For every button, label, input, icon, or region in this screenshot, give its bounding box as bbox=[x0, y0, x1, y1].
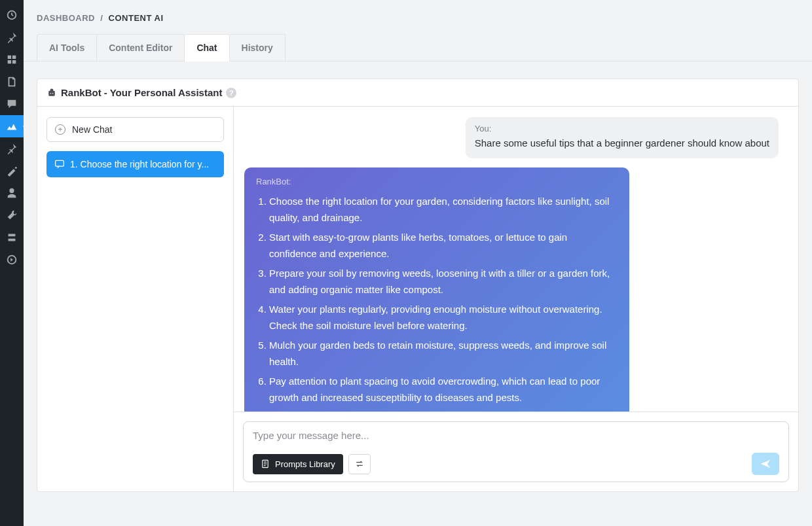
message-input[interactable] bbox=[253, 430, 779, 441]
sidebar-comments-icon[interactable] bbox=[0, 93, 24, 115]
panel-title: RankBot - Your Personal Assistant bbox=[61, 87, 222, 98]
sidebar-collapse-icon[interactable] bbox=[0, 249, 24, 271]
loop-icon bbox=[354, 459, 365, 469]
user-label: You: bbox=[475, 124, 769, 133]
chat-sidebar: + New Chat 1. Choose the right location … bbox=[37, 107, 234, 491]
bot-icon bbox=[46, 88, 57, 98]
panel-body: + New Chat 1. Choose the right location … bbox=[37, 107, 798, 491]
bot-item: Water your plants regularly, providing e… bbox=[269, 301, 618, 334]
message-bot: RankBot: Choose the right location for y… bbox=[244, 167, 629, 412]
sidebar-media-icon[interactable] bbox=[0, 48, 24, 71]
tabs: AI Tools Content Editor Chat History bbox=[24, 33, 812, 61]
bot-list: Choose the right location for your garde… bbox=[256, 193, 618, 406]
new-chat-label: New Chat bbox=[72, 124, 112, 135]
bot-item: Pay attention to plant spacing to avoid … bbox=[269, 373, 618, 406]
tab-history[interactable]: History bbox=[230, 34, 286, 61]
breadcrumb: DASHBOARD / CONTENT AI bbox=[24, 0, 812, 33]
breadcrumb-current: CONTENT AI bbox=[109, 13, 164, 23]
bot-item: Choose the right location for your garde… bbox=[269, 193, 618, 226]
bot-item: Prepare your soil by removing weeds, loo… bbox=[269, 265, 618, 298]
user-text: Share some useful tips that a beginner g… bbox=[475, 136, 769, 150]
help-icon[interactable]: ? bbox=[226, 88, 236, 98]
sidebar-settings-icon[interactable] bbox=[0, 226, 24, 249]
breadcrumb-sep: / bbox=[100, 13, 103, 23]
sidebar-appearance-icon[interactable] bbox=[0, 160, 24, 182]
send-button[interactable] bbox=[752, 453, 779, 475]
message-user: You: Share some useful tips that a begin… bbox=[466, 117, 779, 158]
new-chat-button[interactable]: + New Chat bbox=[46, 117, 224, 142]
bot-item: Start with easy-to-grow plants like herb… bbox=[269, 229, 618, 262]
document-icon bbox=[261, 459, 270, 468]
sidebar-pin-icon[interactable] bbox=[0, 26, 24, 48]
chat-main: You: Share some useful tips that a begin… bbox=[234, 107, 798, 491]
compose-box: Prompts Library bbox=[243, 421, 789, 482]
chat-list: 1. Choose the right location for y... bbox=[46, 151, 224, 177]
sidebar-rankmath-icon[interactable] bbox=[0, 115, 24, 137]
breadcrumb-root[interactable]: DASHBOARD bbox=[37, 13, 95, 23]
bot-item: Mulch your garden beds to retain moistur… bbox=[269, 337, 618, 370]
wp-admin-sidebar bbox=[0, 0, 24, 526]
svg-rect-1 bbox=[56, 160, 64, 166]
sidebar-pin2-icon[interactable] bbox=[0, 137, 24, 160]
main-content: DASHBOARD / CONTENT AI AI Tools Content … bbox=[24, 0, 812, 526]
bot-label: RankBot: bbox=[256, 177, 618, 186]
prompts-label: Prompts Library bbox=[275, 459, 335, 469]
compose-area: Prompts Library bbox=[234, 412, 798, 491]
regenerate-button[interactable] bbox=[348, 454, 371, 474]
tab-chat[interactable]: Chat bbox=[185, 34, 229, 61]
sidebar-tools-icon[interactable] bbox=[0, 204, 24, 226]
chat-bubble-icon bbox=[54, 159, 65, 169]
plus-icon: + bbox=[55, 124, 65, 135]
panel-header: RankBot - Your Personal Assistant ? bbox=[37, 79, 798, 107]
sidebar-users-icon[interactable] bbox=[0, 182, 24, 204]
chat-panel: RankBot - Your Personal Assistant ? + Ne… bbox=[37, 79, 799, 492]
tab-ai-tools[interactable]: AI Tools bbox=[37, 34, 97, 61]
send-icon bbox=[760, 458, 771, 470]
sidebar-pages-icon[interactable] bbox=[0, 71, 24, 93]
prompts-library-button[interactable]: Prompts Library bbox=[253, 454, 343, 474]
chat-item-label: 1. Choose the right location for y... bbox=[70, 159, 209, 169]
chat-list-item[interactable]: 1. Choose the right location for y... bbox=[46, 151, 224, 177]
sidebar-dashboard-icon[interactable] bbox=[0, 4, 24, 26]
tab-content-editor[interactable]: Content Editor bbox=[97, 34, 185, 61]
chat-scroll[interactable]: You: Share some useful tips that a begin… bbox=[234, 107, 798, 412]
